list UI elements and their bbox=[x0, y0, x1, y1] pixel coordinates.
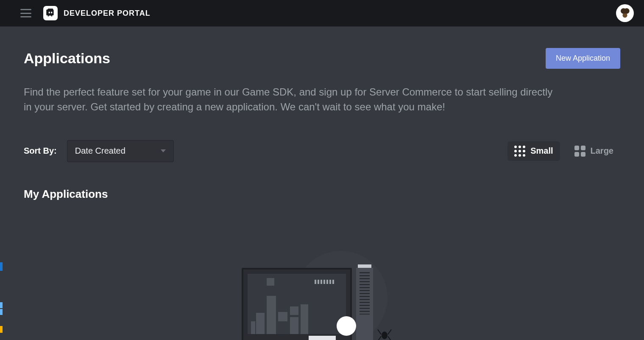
discord-logo-icon bbox=[43, 6, 58, 20]
brand[interactable]: DEVELOPER PORTAL bbox=[43, 6, 151, 20]
sort-by-label: Sort By: bbox=[24, 146, 57, 156]
page-description: Find the perfect feature set for your ga… bbox=[24, 85, 558, 115]
list-controls: Sort By: Date Created Small Large bbox=[24, 140, 620, 162]
new-application-button[interactable]: New Application bbox=[546, 48, 620, 69]
empty-state-illustration bbox=[229, 264, 415, 340]
bug-icon bbox=[378, 329, 391, 340]
my-applications-heading: My Applications bbox=[24, 188, 620, 201]
sort-by-select[interactable]: Date Created bbox=[67, 140, 174, 162]
main-content: Applications New Application Find the pe… bbox=[0, 26, 644, 340]
grid-large-icon bbox=[574, 146, 585, 157]
chevron-down-icon bbox=[161, 149, 166, 152]
menu-toggle-icon[interactable] bbox=[20, 9, 31, 17]
view-large-button[interactable]: Large bbox=[568, 141, 620, 161]
portal-title: DEVELOPER PORTAL bbox=[64, 9, 151, 18]
top-navbar: DEVELOPER PORTAL bbox=[0, 0, 644, 26]
edge-decoration bbox=[0, 309, 3, 315]
user-avatar[interactable] bbox=[616, 4, 634, 22]
sort-selected-value: Date Created bbox=[75, 146, 125, 156]
computer-tower-icon bbox=[356, 268, 373, 340]
edge-decoration bbox=[0, 302, 3, 308]
grid-small-icon bbox=[514, 146, 525, 157]
view-small-label: Small bbox=[530, 146, 553, 156]
monitor-icon bbox=[242, 268, 352, 340]
view-small-button[interactable]: Small bbox=[507, 141, 560, 161]
edge-decoration bbox=[0, 326, 3, 333]
page-title: Applications bbox=[24, 50, 110, 67]
edge-decoration bbox=[0, 262, 3, 271]
avatar-image-icon bbox=[618, 6, 632, 20]
ball-icon bbox=[337, 316, 356, 336]
view-large-label: Large bbox=[591, 146, 613, 156]
